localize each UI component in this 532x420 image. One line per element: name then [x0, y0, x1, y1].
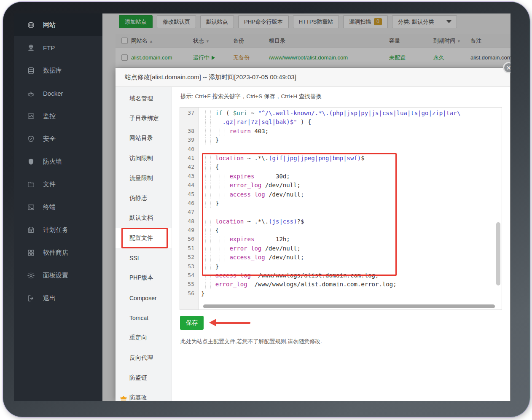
- sidebar-item-终端[interactable]: 终端: [14, 196, 102, 218]
- line-number: 41: [180, 155, 198, 164]
- code-line: {: [201, 164, 502, 172]
- line-number: 43: [180, 173, 198, 182]
- indent-guide: [215, 254, 230, 263]
- modal-tab-label: 配置文件: [129, 234, 153, 242]
- line-number: 45: [180, 191, 198, 200]
- modal-tab-子目录绑定[interactable]: 子目录绑定: [116, 108, 172, 128]
- indent-guide: [201, 164, 215, 172]
- sidebar-item-label: 监控: [43, 112, 56, 120]
- sidebar-item-label: 退出: [43, 294, 56, 302]
- code-line: error_log /www/wwwlogs/alist.domain.com.…: [201, 281, 502, 290]
- crown-icon: [120, 395, 127, 400]
- modal-tab-label: 防盗链: [129, 374, 147, 382]
- sidebar-item-FTP[interactable]: FTP: [14, 36, 102, 59]
- modal-tab-label: Tomcat: [129, 315, 148, 321]
- code-line: error_log /dev/null;: [201, 245, 502, 254]
- modal-tab-label: 默认文档: [129, 214, 153, 222]
- line-number: 46: [180, 200, 198, 209]
- modal-tab-网站目录[interactable]: 网站目录: [116, 129, 172, 148]
- line-number: 56: [180, 290, 198, 299]
- code-line: [201, 209, 502, 218]
- sidebar-item-网站[interactable]: 网站: [14, 13, 102, 36]
- line-number: 55: [180, 281, 198, 290]
- indent-guide: [201, 155, 215, 164]
- gear-icon: [27, 272, 35, 280]
- modal-tab-防篡改[interactable]: 防篡改: [116, 388, 172, 401]
- vertical-scrollbar[interactable]: [496, 222, 500, 285]
- modal-tab-label: 网站目录: [129, 135, 153, 142]
- modal-tab-label: Composer: [129, 295, 157, 302]
- line-number: 48: [180, 218, 198, 227]
- sidebar-item-安全[interactable]: 安全: [14, 127, 102, 150]
- modal-tab-label: 访问限制: [129, 155, 153, 162]
- modal-tab-防盗链[interactable]: 防盗链: [116, 368, 172, 388]
- sidebar-item-label: FTP: [43, 44, 55, 51]
- indent-guide: [215, 236, 230, 245]
- modal-tab-label: PHP版本: [129, 274, 153, 282]
- indent-guide: [215, 182, 230, 191]
- sidebar-item-监控[interactable]: 监控: [14, 105, 102, 127]
- save-button[interactable]: 保存: [180, 316, 204, 330]
- indent-guide: [215, 191, 230, 200]
- modal-tab-配置文件[interactable]: 配置文件: [116, 228, 172, 248]
- indent-guide: [201, 218, 215, 227]
- modal-titlebar: 站点修改[alist.domain.com] -- 添加时间[2023-07-0…: [116, 68, 510, 87]
- code-line: }: [201, 290, 502, 299]
- site-edit-modal: 站点修改[alist.domain.com] -- 添加时间[2023-07-0…: [116, 68, 510, 401]
- sidebar-item-数据库[interactable]: 数据库: [14, 59, 102, 82]
- modal-tab-PHP版本[interactable]: PHP版本: [116, 268, 172, 288]
- sidebar-item-退出[interactable]: 退出: [14, 287, 102, 310]
- code-content[interactable]: if ( $uri ~ "^/\.well-known/.*\.(php|jsp…: [199, 108, 502, 310]
- database-icon: [27, 67, 35, 75]
- sidebar-item-计划任务[interactable]: 计划任务: [14, 218, 102, 241]
- modal-tab-访问限制[interactable]: 访问限制: [116, 148, 172, 168]
- modal-tab-list: 域名管理子目录绑定网站目录访问限制流量限制伪静态默认文档配置文件SSLPHP版本…: [116, 87, 172, 401]
- modal-tab-域名管理[interactable]: 域名管理: [116, 89, 172, 108]
- indent-guide: [201, 281, 215, 290]
- code-line: }: [201, 263, 502, 272]
- indent-guide: [201, 128, 215, 137]
- docker-icon: [27, 89, 35, 97]
- line-number: 54: [180, 272, 198, 281]
- modal-tab-SSL[interactable]: SSL: [116, 248, 172, 268]
- modal-tab-重定向[interactable]: 重定向: [116, 328, 172, 348]
- modal-tab-默认文档[interactable]: 默认文档: [116, 208, 172, 228]
- modal-tab-label: SSL: [129, 255, 140, 261]
- sidebar-item-文件[interactable]: 文件: [14, 173, 102, 196]
- code-line: .gz|rar|7z|sql|bak)$" ) {: [201, 118, 502, 127]
- code-line: location ~ .*\.(js|css)?$: [201, 218, 502, 227]
- modal-tab-label: 流量限制: [129, 175, 153, 182]
- sidebar-item-面板设置[interactable]: 面板设置: [14, 264, 102, 287]
- code-line: access_log /dev/null;: [201, 254, 502, 263]
- sidebar-item-软件商店[interactable]: 软件商店: [14, 241, 102, 264]
- grid-icon: [27, 249, 35, 257]
- sidebar-item-防火墙[interactable]: 防火墙: [14, 150, 102, 173]
- sidebar-item-label: 安全: [43, 135, 56, 143]
- modal-tab-label: 反向代理: [129, 354, 153, 362]
- modal-tab-流量限制[interactable]: 流量限制: [116, 168, 172, 188]
- modal-tab-Tomcat[interactable]: Tomcat: [116, 308, 172, 328]
- ftp-icon: [27, 44, 35, 52]
- sidebar-item-label: 软件商店: [43, 249, 68, 257]
- sidebar-item-label: 文件: [43, 180, 56, 188]
- config-code-editor[interactable]: 3738394041424344454647484950515253545556…: [180, 107, 502, 310]
- indent-guide: [201, 200, 215, 209]
- sidebar-item-label: Docker: [43, 90, 63, 97]
- globe-icon: [27, 21, 35, 29]
- logout-icon: [27, 294, 35, 302]
- modal-tab-伪静态[interactable]: 伪静态: [116, 188, 172, 208]
- modal-tab-Composer[interactable]: Composer: [116, 288, 172, 308]
- code-line: }: [201, 137, 502, 145]
- horizontal-scrollbar[interactable]: [203, 304, 495, 308]
- code-line: location ~ .*\.(gif|jpg|jpeg|png|bmp|swf…: [201, 155, 502, 164]
- sidebar-item-label: 面板设置: [43, 272, 68, 280]
- code-line: error_log /dev/null;: [201, 182, 502, 191]
- indent-guide: [201, 137, 215, 145]
- baota-panel: 网站FTP数据库Docker监控安全防火墙文件终端计划任务软件商店面板设置退出 …: [14, 13, 511, 401]
- indent-guide: [201, 110, 215, 118]
- line-number: 40: [180, 146, 198, 155]
- modal-tab-反向代理[interactable]: 反向代理: [116, 348, 172, 368]
- sidebar-item-Docker[interactable]: Docker: [14, 82, 102, 105]
- indent-guide: [201, 118, 215, 127]
- sidebar-item-label: 防火墙: [43, 158, 62, 166]
